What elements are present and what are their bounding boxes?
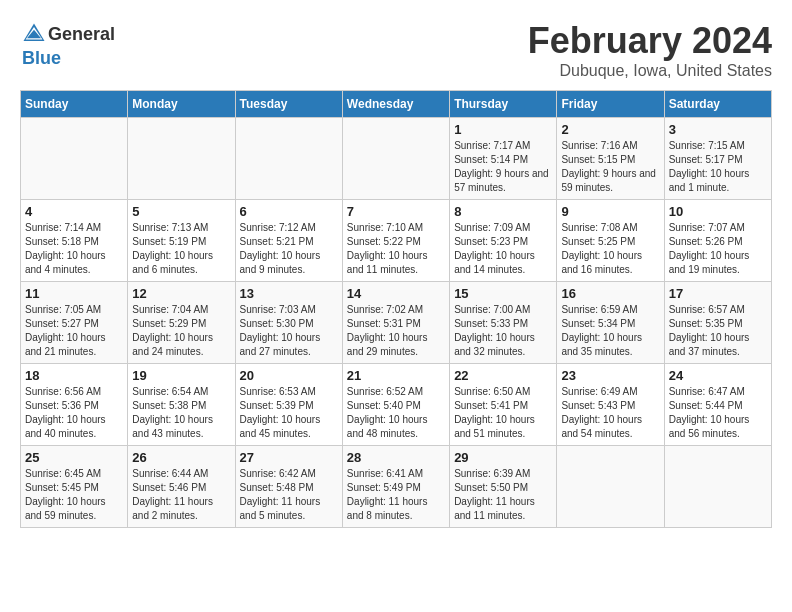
calendar-cell: 6Sunrise: 7:12 AMSunset: 5:21 PMDaylight… [235, 200, 342, 282]
day-info: Sunrise: 6:41 AMSunset: 5:49 PMDaylight:… [347, 467, 445, 523]
calendar-cell: 19Sunrise: 6:54 AMSunset: 5:38 PMDayligh… [128, 364, 235, 446]
calendar-cell: 22Sunrise: 6:50 AMSunset: 5:41 PMDayligh… [450, 364, 557, 446]
calendar-cell: 26Sunrise: 6:44 AMSunset: 5:46 PMDayligh… [128, 446, 235, 528]
day-number: 10 [669, 204, 767, 219]
day-header-tuesday: Tuesday [235, 91, 342, 118]
day-info: Sunrise: 7:08 AMSunset: 5:25 PMDaylight:… [561, 221, 659, 277]
logo-text-blue: Blue [22, 48, 61, 69]
day-number: 16 [561, 286, 659, 301]
calendar-cell: 15Sunrise: 7:00 AMSunset: 5:33 PMDayligh… [450, 282, 557, 364]
day-info: Sunrise: 7:15 AMSunset: 5:17 PMDaylight:… [669, 139, 767, 195]
day-number: 22 [454, 368, 552, 383]
day-info: Sunrise: 6:59 AMSunset: 5:34 PMDaylight:… [561, 303, 659, 359]
calendar-cell: 10Sunrise: 7:07 AMSunset: 5:26 PMDayligh… [664, 200, 771, 282]
day-number: 1 [454, 122, 552, 137]
page-header: General Blue February 2024 Dubuque, Iowa… [20, 20, 772, 80]
day-info: Sunrise: 7:09 AMSunset: 5:23 PMDaylight:… [454, 221, 552, 277]
day-number: 4 [25, 204, 123, 219]
day-number: 13 [240, 286, 338, 301]
calendar-cell: 14Sunrise: 7:02 AMSunset: 5:31 PMDayligh… [342, 282, 449, 364]
calendar-cell: 20Sunrise: 6:53 AMSunset: 5:39 PMDayligh… [235, 364, 342, 446]
day-info: Sunrise: 7:13 AMSunset: 5:19 PMDaylight:… [132, 221, 230, 277]
day-info: Sunrise: 6:57 AMSunset: 5:35 PMDaylight:… [669, 303, 767, 359]
day-info: Sunrise: 7:03 AMSunset: 5:30 PMDaylight:… [240, 303, 338, 359]
day-info: Sunrise: 7:17 AMSunset: 5:14 PMDaylight:… [454, 139, 552, 195]
calendar-week-row: 25Sunrise: 6:45 AMSunset: 5:45 PMDayligh… [21, 446, 772, 528]
calendar-cell [21, 118, 128, 200]
day-number: 14 [347, 286, 445, 301]
day-number: 6 [240, 204, 338, 219]
calendar-cell: 24Sunrise: 6:47 AMSunset: 5:44 PMDayligh… [664, 364, 771, 446]
calendar-cell: 2Sunrise: 7:16 AMSunset: 5:15 PMDaylight… [557, 118, 664, 200]
day-header-saturday: Saturday [664, 91, 771, 118]
calendar-cell: 12Sunrise: 7:04 AMSunset: 5:29 PMDayligh… [128, 282, 235, 364]
day-info: Sunrise: 6:47 AMSunset: 5:44 PMDaylight:… [669, 385, 767, 441]
day-number: 11 [25, 286, 123, 301]
day-info: Sunrise: 6:42 AMSunset: 5:48 PMDaylight:… [240, 467, 338, 523]
calendar-cell: 28Sunrise: 6:41 AMSunset: 5:49 PMDayligh… [342, 446, 449, 528]
day-info: Sunrise: 7:12 AMSunset: 5:21 PMDaylight:… [240, 221, 338, 277]
day-info: Sunrise: 6:50 AMSunset: 5:41 PMDaylight:… [454, 385, 552, 441]
calendar-cell: 4Sunrise: 7:14 AMSunset: 5:18 PMDaylight… [21, 200, 128, 282]
calendar-cell: 29Sunrise: 6:39 AMSunset: 5:50 PMDayligh… [450, 446, 557, 528]
day-number: 27 [240, 450, 338, 465]
calendar-cell [128, 118, 235, 200]
calendar-cell [664, 446, 771, 528]
logo: General Blue [20, 20, 115, 69]
day-info: Sunrise: 6:56 AMSunset: 5:36 PMDaylight:… [25, 385, 123, 441]
logo-text-general: General [48, 24, 115, 45]
day-info: Sunrise: 7:16 AMSunset: 5:15 PMDaylight:… [561, 139, 659, 195]
day-number: 3 [669, 122, 767, 137]
day-number: 15 [454, 286, 552, 301]
calendar-cell: 5Sunrise: 7:13 AMSunset: 5:19 PMDaylight… [128, 200, 235, 282]
location-subtitle: Dubuque, Iowa, United States [528, 62, 772, 80]
day-info: Sunrise: 6:52 AMSunset: 5:40 PMDaylight:… [347, 385, 445, 441]
day-number: 9 [561, 204, 659, 219]
day-info: Sunrise: 6:45 AMSunset: 5:45 PMDaylight:… [25, 467, 123, 523]
day-number: 5 [132, 204, 230, 219]
calendar-cell: 3Sunrise: 7:15 AMSunset: 5:17 PMDaylight… [664, 118, 771, 200]
logo-icon [20, 20, 48, 48]
day-number: 19 [132, 368, 230, 383]
day-info: Sunrise: 6:39 AMSunset: 5:50 PMDaylight:… [454, 467, 552, 523]
calendar-cell [342, 118, 449, 200]
calendar-cell: 17Sunrise: 6:57 AMSunset: 5:35 PMDayligh… [664, 282, 771, 364]
day-number: 2 [561, 122, 659, 137]
calendar-cell: 21Sunrise: 6:52 AMSunset: 5:40 PMDayligh… [342, 364, 449, 446]
day-header-monday: Monday [128, 91, 235, 118]
day-info: Sunrise: 6:54 AMSunset: 5:38 PMDaylight:… [132, 385, 230, 441]
calendar-cell: 7Sunrise: 7:10 AMSunset: 5:22 PMDaylight… [342, 200, 449, 282]
day-info: Sunrise: 6:53 AMSunset: 5:39 PMDaylight:… [240, 385, 338, 441]
calendar-cell: 18Sunrise: 6:56 AMSunset: 5:36 PMDayligh… [21, 364, 128, 446]
day-number: 7 [347, 204, 445, 219]
day-header-sunday: Sunday [21, 91, 128, 118]
day-number: 12 [132, 286, 230, 301]
title-section: February 2024 Dubuque, Iowa, United Stat… [528, 20, 772, 80]
day-number: 28 [347, 450, 445, 465]
day-info: Sunrise: 7:07 AMSunset: 5:26 PMDaylight:… [669, 221, 767, 277]
day-info: Sunrise: 7:10 AMSunset: 5:22 PMDaylight:… [347, 221, 445, 277]
day-number: 24 [669, 368, 767, 383]
day-info: Sunrise: 7:02 AMSunset: 5:31 PMDaylight:… [347, 303, 445, 359]
calendar-cell: 13Sunrise: 7:03 AMSunset: 5:30 PMDayligh… [235, 282, 342, 364]
calendar-cell: 23Sunrise: 6:49 AMSunset: 5:43 PMDayligh… [557, 364, 664, 446]
day-number: 8 [454, 204, 552, 219]
day-number: 26 [132, 450, 230, 465]
day-info: Sunrise: 7:00 AMSunset: 5:33 PMDaylight:… [454, 303, 552, 359]
day-number: 18 [25, 368, 123, 383]
calendar-week-row: 1Sunrise: 7:17 AMSunset: 5:14 PMDaylight… [21, 118, 772, 200]
calendar-table: SundayMondayTuesdayWednesdayThursdayFrid… [20, 90, 772, 528]
day-header-thursday: Thursday [450, 91, 557, 118]
calendar-cell: 8Sunrise: 7:09 AMSunset: 5:23 PMDaylight… [450, 200, 557, 282]
day-info: Sunrise: 7:14 AMSunset: 5:18 PMDaylight:… [25, 221, 123, 277]
day-number: 21 [347, 368, 445, 383]
calendar-cell: 1Sunrise: 7:17 AMSunset: 5:14 PMDaylight… [450, 118, 557, 200]
day-number: 23 [561, 368, 659, 383]
day-number: 29 [454, 450, 552, 465]
month-year-title: February 2024 [528, 20, 772, 62]
day-number: 25 [25, 450, 123, 465]
calendar-week-row: 11Sunrise: 7:05 AMSunset: 5:27 PMDayligh… [21, 282, 772, 364]
calendar-header-row: SundayMondayTuesdayWednesdayThursdayFrid… [21, 91, 772, 118]
day-info: Sunrise: 6:44 AMSunset: 5:46 PMDaylight:… [132, 467, 230, 523]
calendar-week-row: 18Sunrise: 6:56 AMSunset: 5:36 PMDayligh… [21, 364, 772, 446]
